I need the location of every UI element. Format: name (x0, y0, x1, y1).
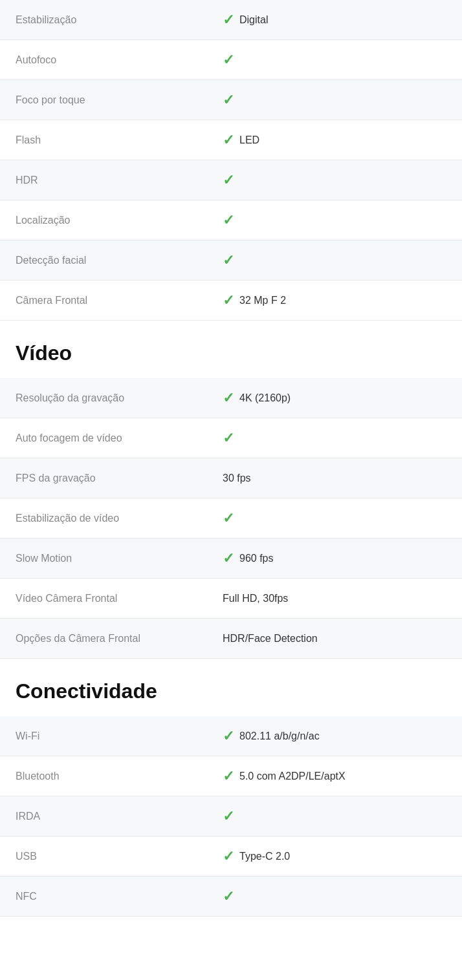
spec-value: HDR/Face Detection (223, 633, 446, 644)
spec-value: 960 fps (223, 551, 446, 566)
table-row: USBType-C 2.0 (0, 836, 462, 877)
spec-label: USB (16, 851, 223, 862)
check-icon (223, 769, 234, 783)
spec-label: Auto focagem de vídeo (16, 432, 223, 444)
spec-value-text: LED (239, 134, 259, 146)
spec-value-text: Digital (239, 14, 268, 26)
camera-section: EstabilizaçãoDigitalAutofocoFoco por toq… (0, 0, 462, 321)
table-row: IRDA (0, 796, 462, 836)
connectivity-title: Conectividade (16, 679, 446, 703)
spec-label: Câmera Frontal (16, 295, 223, 306)
spec-value: Full HD, 30fps (223, 593, 446, 604)
check-icon (223, 133, 234, 147)
spec-value: Type-C 2.0 (223, 849, 446, 864)
spec-value-text: 5.0 com A2DP/LE/aptX (239, 771, 346, 782)
table-row: EstabilizaçãoDigital (0, 0, 462, 40)
spec-value-text: 32 Mp F 2 (239, 295, 286, 306)
check-icon (223, 551, 234, 566)
spec-value: 802.11 a/b/g/n/ac (223, 729, 446, 743)
check-icon (223, 293, 234, 308)
spec-value (223, 889, 446, 904)
spec-value (223, 809, 446, 824)
spec-label: Opções da Câmera Frontal (16, 633, 223, 644)
check-icon (223, 391, 234, 405)
spec-value (223, 173, 446, 187)
check-icon (223, 173, 234, 187)
spec-value (223, 93, 446, 107)
table-row: Foco por toque (0, 80, 462, 120)
table-row: Bluetooth5.0 com A2DP/LE/aptX (0, 756, 462, 796)
table-row: Autofoco (0, 40, 462, 80)
table-row: Localização (0, 200, 462, 240)
spec-value-text: 30 fps (223, 473, 251, 484)
check-icon (223, 729, 234, 743)
spec-label: IRDA (16, 811, 223, 822)
spec-label: NFC (16, 891, 223, 902)
table-row: Wi-Fi802.11 a/b/g/n/ac (0, 716, 462, 756)
table-row: FPS da gravação30 fps (0, 458, 462, 498)
table-row: Estabilização de vídeo (0, 498, 462, 538)
table-row: Opções da Câmera FrontalHDR/Face Detecti… (0, 619, 462, 659)
spec-value-text: 4K (2160p) (239, 392, 291, 404)
spec-label: Wi-Fi (16, 730, 223, 742)
check-icon (223, 253, 234, 268)
spec-label: Foco por toque (16, 94, 223, 106)
spec-value-text: HDR/Face Detection (223, 633, 318, 644)
spec-label: Autofoco (16, 54, 223, 66)
table-row: Auto focagem de vídeo (0, 418, 462, 458)
spec-value: 32 Mp F 2 (223, 293, 446, 308)
spec-value-text: 960 fps (239, 553, 273, 564)
check-icon (223, 431, 234, 445)
check-icon (223, 13, 234, 27)
table-row: Vídeo Câmera FrontalFull HD, 30fps (0, 579, 462, 619)
check-icon (223, 93, 234, 107)
spec-value: 4K (2160p) (223, 391, 446, 405)
spec-value (223, 213, 446, 228)
spec-label: Vídeo Câmera Frontal (16, 593, 223, 604)
table-row: NFC (0, 877, 462, 917)
spec-value: 30 fps (223, 473, 446, 484)
check-icon (223, 889, 234, 904)
video-title: Vídeo (16, 341, 446, 365)
spec-label: Detecção facial (16, 255, 223, 266)
check-icon (223, 849, 234, 864)
spec-label: Localização (16, 215, 223, 226)
spec-value (223, 431, 446, 445)
spec-value (223, 53, 446, 67)
table-row: FlashLED (0, 120, 462, 160)
spec-label: HDR (16, 175, 223, 186)
check-icon (223, 809, 234, 824)
check-icon (223, 213, 234, 228)
video-section-header: Vídeo (0, 321, 462, 378)
connectivity-section-header: Conectividade (0, 659, 462, 716)
spec-value: Digital (223, 13, 446, 27)
spec-value (223, 511, 446, 526)
table-row: Resolução da gravação4K (2160p) (0, 378, 462, 418)
spec-label: Estabilização (16, 14, 223, 26)
spec-label: Flash (16, 134, 223, 146)
spec-value-text: Type-C 2.0 (239, 851, 290, 862)
table-row: Detecção facial (0, 240, 462, 281)
spec-value: 5.0 com A2DP/LE/aptX (223, 769, 446, 783)
check-icon (223, 53, 234, 67)
spec-label: Slow Motion (16, 553, 223, 564)
spec-value-text: 802.11 a/b/g/n/ac (239, 730, 320, 742)
spec-value (223, 253, 446, 268)
spec-label: Resolução da gravação (16, 392, 223, 404)
table-row: Slow Motion960 fps (0, 538, 462, 579)
table-row: HDR (0, 160, 462, 200)
spec-label: FPS da gravação (16, 473, 223, 484)
spec-value-text: Full HD, 30fps (223, 593, 288, 604)
spec-value: LED (223, 133, 446, 147)
table-row: Câmera Frontal32 Mp F 2 (0, 281, 462, 321)
spec-table: EstabilizaçãoDigitalAutofocoFoco por toq… (0, 0, 462, 917)
check-icon (223, 511, 234, 526)
spec-label: Estabilização de vídeo (16, 513, 223, 524)
spec-label: Bluetooth (16, 771, 223, 782)
